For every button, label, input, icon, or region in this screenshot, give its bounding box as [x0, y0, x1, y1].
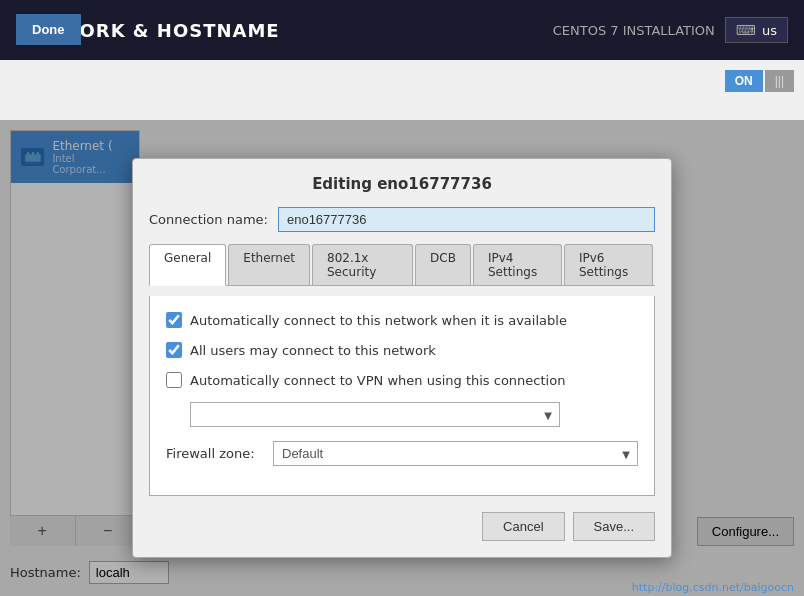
watermark: http://blog.csdn.net/baigoocn: [632, 581, 794, 594]
tab-ipv6-settings[interactable]: IPv6 Settings: [564, 244, 653, 285]
centos-label: CENTOS 7 INSTALLATION: [553, 23, 715, 38]
vpn-select[interactable]: [190, 402, 560, 427]
vpn-dropdown-row: [190, 402, 638, 427]
firewall-select-wrapper: Default: [273, 441, 638, 466]
main-content: Ethernet ( Intel Corporat... + − Hostnam…: [0, 60, 804, 596]
all-users-row: All users may connect to this network: [166, 342, 638, 358]
keyboard-lang: us: [762, 23, 777, 38]
tab-ethernet[interactable]: Ethernet: [228, 244, 310, 285]
firewall-row: Firewall zone: Default: [166, 441, 638, 466]
done-button[interactable]: Done: [16, 14, 81, 45]
firewall-zone-label: Firewall zone:: [166, 446, 261, 461]
tab-ipv4-settings[interactable]: IPv4 Settings: [473, 244, 562, 285]
connection-name-row: Connection name:: [149, 207, 655, 232]
firewall-zone-select[interactable]: Default: [273, 441, 638, 466]
keyboard-widget[interactable]: ⌨ us: [725, 17, 788, 43]
header: NETWORK & HOSTNAME CENTOS 7 INSTALLATION…: [0, 0, 804, 60]
connection-name-input[interactable]: [278, 207, 655, 232]
vpn-label: Automatically connect to VPN when using …: [190, 373, 565, 388]
all-users-label: All users may connect to this network: [190, 343, 436, 358]
cancel-button[interactable]: Cancel: [482, 512, 564, 541]
modal-overlay: Editing eno16777736 Connection name: Gen…: [0, 120, 804, 596]
tab-content-general: Automatically connect to this network wh…: [149, 296, 655, 496]
vpn-select-wrapper: [190, 402, 560, 427]
header-right: CENTOS 7 INSTALLATION ⌨ us: [553, 17, 788, 43]
toggle-on-button[interactable]: ON: [725, 70, 763, 92]
tabs: General Ethernet 802.1x Security DCB IPv…: [149, 244, 655, 286]
modal-title: Editing eno16777736: [149, 175, 655, 193]
auto-connect-checkbox[interactable]: [166, 312, 182, 328]
keyboard-icon: ⌨: [736, 22, 756, 38]
toggle-off-button[interactable]: |||: [765, 70, 794, 92]
modal-footer: Cancel Save...: [149, 512, 655, 541]
editing-modal: Editing eno16777736 Connection name: Gen…: [132, 158, 672, 558]
save-button[interactable]: Save...: [573, 512, 655, 541]
auto-connect-label: Automatically connect to this network wh…: [190, 313, 567, 328]
tab-dcb[interactable]: DCB: [415, 244, 471, 285]
vpn-checkbox[interactable]: [166, 372, 182, 388]
tab-general[interactable]: General: [149, 244, 226, 286]
all-users-checkbox[interactable]: [166, 342, 182, 358]
tab-802-1x-security[interactable]: 802.1x Security: [312, 244, 413, 285]
connection-name-label: Connection name:: [149, 212, 268, 227]
toggle-area: ON |||: [725, 70, 794, 92]
auto-connect-row: Automatically connect to this network wh…: [166, 312, 638, 328]
vpn-section: Automatically connect to VPN when using …: [166, 372, 638, 388]
